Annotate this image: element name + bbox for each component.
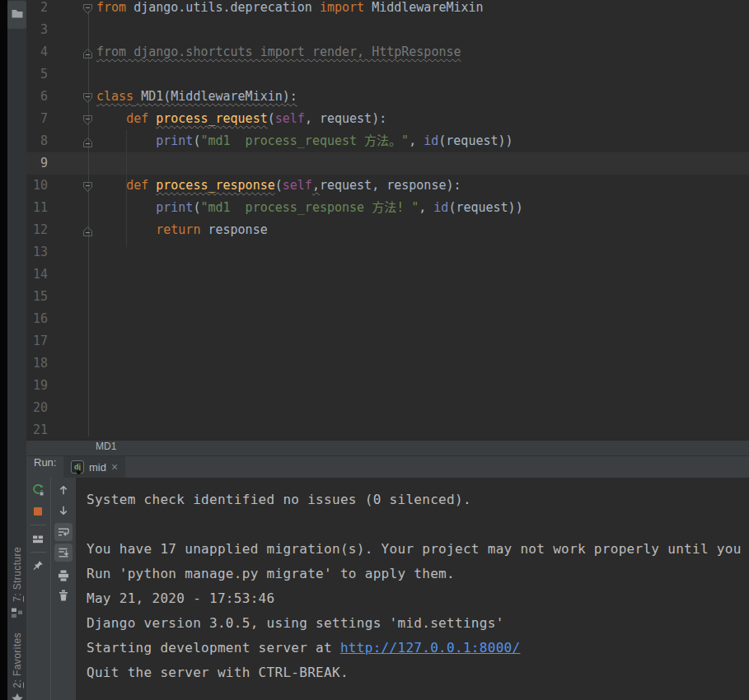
project-tool-button[interactable] — [7, 1, 26, 29]
fold-scope-line — [88, 11, 89, 436]
code-line[interactable]: def process_response(self,request, respo… — [96, 175, 461, 197]
code-token: id — [433, 200, 448, 215]
down-stack-trace-icon[interactable] — [54, 502, 73, 520]
code-token: self — [275, 111, 305, 126]
toolbar-separator — [30, 525, 46, 525]
code-token: "md1 process_response 方法! " — [200, 200, 419, 215]
fold-marker-icon[interactable] — [82, 91, 93, 103]
run-console[interactable]: System check identified no issues (0 sil… — [76, 478, 749, 700]
stop-icon[interactable] — [29, 502, 47, 520]
line-number[interactable]: 13 — [26, 241, 48, 264]
code-token: , request): — [305, 111, 386, 126]
code-line[interactable]: class MD1(MiddlewareMixin): — [96, 86, 297, 108]
up-stack-trace-icon[interactable] — [54, 481, 73, 499]
console-line: System check identified no issues (0 sil… — [87, 488, 749, 512]
code-token — [148, 111, 156, 126]
line-number[interactable]: 14 — [26, 264, 48, 286]
restore-layout-icon[interactable] — [29, 530, 47, 548]
window-edge — [0, 0, 7, 700]
line-number[interactable]: 20 — [26, 397, 48, 419]
close-icon[interactable]: × — [111, 461, 118, 473]
print-icon[interactable] — [54, 567, 73, 585]
tool-window-stripe: 7: Structure 2: Favorites — [0, 0, 26, 700]
line-number[interactable]: 4 — [26, 41, 48, 63]
line-number[interactable]: 21 — [26, 419, 48, 440]
code-token: request, response): — [320, 178, 461, 193]
console-line — [87, 512, 749, 537]
run-tool-window: System check identified no issues (0 sil… — [26, 478, 749, 700]
code-line[interactable]: print("md1 process_response 方法! ", id(re… — [96, 197, 523, 219]
line-number[interactable]: 6 — [26, 86, 48, 108]
structure-icon — [11, 606, 23, 622]
fold-marker-icon[interactable] — [82, 47, 93, 58]
code-line[interactable]: from django.utils.deprecation import Mid… — [96, 0, 484, 19]
code-token — [96, 222, 156, 237]
line-number[interactable]: 12 — [26, 219, 48, 241]
run-tab-title: mid — [89, 461, 106, 474]
line-number[interactable]: 10 — [26, 175, 48, 197]
console-line: Run 'python manage.py migrate' to apply … — [87, 562, 749, 586]
line-number[interactable]: 15 — [26, 286, 48, 308]
line-number[interactable]: 19 — [26, 375, 48, 397]
code-token: self — [283, 178, 312, 193]
line-number[interactable]: 17 — [26, 330, 48, 352]
code-line[interactable]: return response — [96, 219, 268, 241]
code-token: MD1(MiddlewareMixin): — [133, 89, 297, 104]
code-line[interactable]: from django.shortcuts import render, Htt… — [96, 41, 461, 63]
code-line[interactable]: def process_request(self, request): — [96, 108, 386, 130]
sidebar-item-structure[interactable]: 7: Structure — [7, 547, 26, 622]
folder-icon — [11, 7, 24, 22]
code-token: return — [156, 222, 200, 237]
sidebar-item-favorites[interactable]: 2: Favorites — [7, 632, 26, 700]
run-tool-window-header: Run: dj mid × — [26, 455, 749, 478]
code-token: class — [96, 89, 133, 104]
code-token — [96, 111, 126, 126]
code-token: django.utils.deprecation — [126, 0, 320, 15]
console-actions-toolbar — [50, 478, 76, 700]
console-line: Starting development server at http://12… — [87, 636, 749, 660]
code-token — [96, 200, 156, 215]
favorites-label: 2: Favorites — [12, 632, 23, 688]
scroll-to-end-icon[interactable] — [54, 544, 73, 562]
line-number[interactable]: 3 — [26, 19, 48, 41]
fold-marker-icon[interactable] — [82, 180, 93, 192]
toolbar-separator — [30, 552, 46, 553]
line-number[interactable]: 16 — [26, 308, 48, 330]
clear-console-icon[interactable] — [54, 586, 73, 604]
run-tab-mid[interactable]: dj mid × — [63, 456, 125, 478]
fold-marker-icon[interactable] — [82, 2, 93, 14]
server-url-link[interactable]: http://127.0.0.1:8000/ — [340, 640, 521, 656]
breadcrumb-item-md1[interactable]: MD1 — [96, 441, 116, 452]
line-number[interactable]: 8 — [26, 130, 48, 152]
console-line: Django version 3.0.5, using settings 'mi… — [87, 611, 749, 636]
fold-marker-icon[interactable] — [82, 114, 93, 125]
line-number[interactable]: 18 — [26, 352, 48, 375]
run-label: Run: — [34, 456, 56, 469]
rerun-icon[interactable] — [29, 481, 47, 499]
code-token — [96, 178, 126, 193]
fold-marker-icon[interactable] — [82, 225, 93, 236]
code-token: process_response — [156, 178, 275, 193]
code-token: "md1 process_request 方法。" — [200, 133, 409, 148]
code-token: from django.shortcuts import render, Htt… — [96, 44, 461, 59]
code-token — [96, 133, 156, 148]
line-number[interactable]: 9 — [26, 152, 48, 175]
code-token: from — [96, 0, 126, 15]
soft-wrap-icon[interactable] — [54, 523, 73, 541]
code-token: def — [126, 178, 148, 193]
line-number[interactable]: 2 — [26, 0, 48, 19]
line-number[interactable]: 5 — [26, 63, 48, 86]
pin-tab-icon[interactable] — [29, 557, 47, 575]
line-number[interactable]: 7 — [26, 108, 48, 130]
code-token: id — [424, 133, 438, 148]
code-token: import — [320, 0, 364, 15]
code-token: (request)) — [438, 133, 513, 148]
console-line: May 21, 2020 - 17:53:46 — [87, 586, 749, 611]
code-line[interactable]: print("md1 process_request 方法。", id(requ… — [96, 130, 513, 152]
line-number[interactable]: 11 — [26, 197, 48, 219]
fold-marker-icon[interactable] — [82, 136, 93, 147]
star-icon — [11, 693, 24, 700]
code-editor[interactable]: 23456789101112131415161718192021 from dj… — [26, 0, 749, 440]
code-token: ( — [268, 111, 275, 126]
code-token: print — [156, 200, 193, 215]
